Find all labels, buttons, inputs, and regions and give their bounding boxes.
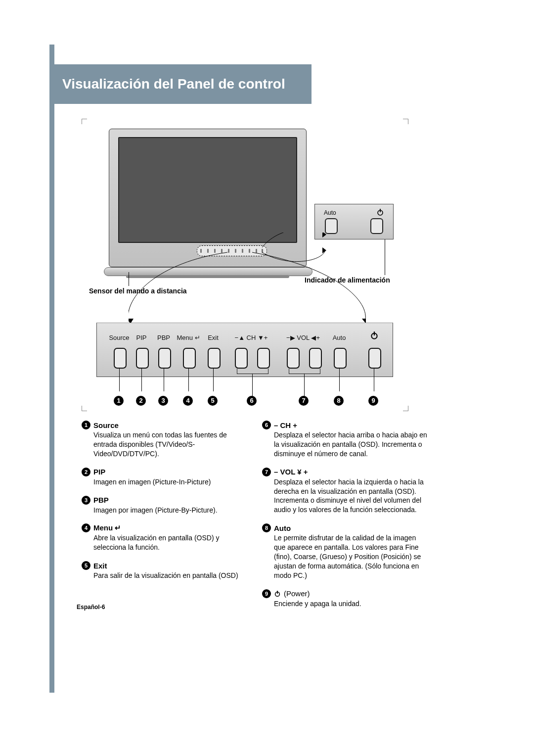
corner-bracket <box>82 406 87 411</box>
definitions-right: 6– CH + Desplaza el selector hacia arrib… <box>262 421 428 617</box>
left-rail <box>49 45 54 693</box>
pbp-button[interactable] <box>158 348 171 369</box>
pointer-line <box>304 374 305 396</box>
control-panel: Source PIP PBP Menu ↵ Exit −▲ CH ▼+ −▶ V… <box>96 323 393 377</box>
menu-button[interactable] <box>183 348 196 369</box>
panel-label-pbp: PBP <box>157 334 170 341</box>
remote-sensor-caption: Sensor del mando a distancia <box>89 287 187 295</box>
tv-button-strip <box>197 245 267 256</box>
marker-2: 2 <box>136 396 146 406</box>
marker-9: 9 <box>368 396 378 406</box>
marker-7: 7 <box>299 396 309 406</box>
power-button[interactable] <box>368 348 381 369</box>
exit-button[interactable] <box>208 348 221 369</box>
auto-button[interactable] <box>334 348 347 369</box>
def-ch: 6– CH + Desplaza el selector hacia arrib… <box>262 421 428 459</box>
marker-4: 4 <box>183 396 193 406</box>
pointer-line <box>164 369 164 391</box>
power-icon <box>376 208 384 216</box>
tv-foot <box>126 275 289 278</box>
vol-down-button[interactable] <box>287 348 300 369</box>
page-title-bar: Visualización del Panel de control <box>54 64 312 104</box>
ch-up-button[interactable] <box>257 348 270 369</box>
power-icon <box>274 590 281 597</box>
pointer-line <box>339 369 340 391</box>
def-source: 1Source Visualiza un menú con todas las … <box>82 421 247 459</box>
panel-label-auto: Auto <box>333 334 346 341</box>
inset-auto-label: Auto <box>324 209 336 216</box>
vol-bracket <box>289 369 320 374</box>
pip-button[interactable] <box>136 348 149 369</box>
pointer-line <box>374 369 374 391</box>
definitions-left: 1Source Visualiza un menú con todas las … <box>82 421 247 617</box>
page-title: Visualización del Panel de control <box>62 76 285 92</box>
svg-marker-3 <box>322 247 326 253</box>
pointer-line <box>119 369 120 391</box>
marker-5: 5 <box>208 396 218 406</box>
page-number: Español-6 <box>77 604 105 611</box>
def-pip: 2PIP Imagen en imagen (Picture-In-Pictur… <box>82 468 247 487</box>
inset-zoom: Auto <box>314 204 394 239</box>
ch-down-button[interactable] <box>235 348 248 369</box>
corner-bracket <box>403 119 408 124</box>
marker-6: 6 <box>247 396 257 406</box>
def-menu: 4Menu ↵ Abre la visualización en pantall… <box>82 523 247 552</box>
marker-3: 3 <box>158 396 168 406</box>
inset-power-button[interactable] <box>370 218 383 234</box>
panel-label-exit: Exit <box>208 334 219 341</box>
pointer-line <box>252 374 253 396</box>
inset-auto-button[interactable] <box>325 218 338 234</box>
def-auto: 8Auto Le permite disfrutar de la calidad… <box>262 523 428 580</box>
definitions: 1Source Visualiza un menú con todas las … <box>82 421 428 617</box>
marker-1: 1 <box>114 396 124 406</box>
def-power: 9 (Power) Enciende y apaga la unidad. <box>262 589 428 609</box>
power-indicator-caption: Indicador de alimentación <box>305 276 390 284</box>
power-icon <box>370 331 379 340</box>
panel-label-vol: −▶ VOL ◀+ <box>286 334 320 341</box>
def-exit: 5Exit Para salir de la visualización en … <box>82 561 247 580</box>
marker-8: 8 <box>334 396 344 406</box>
source-button[interactable] <box>114 348 127 369</box>
corner-bracket <box>82 119 87 124</box>
tv-screen <box>118 137 297 243</box>
pointer-line <box>129 272 129 286</box>
pointer-line <box>213 369 214 391</box>
panel-label-menu: Menu ↵ <box>177 334 200 341</box>
pointer-line <box>385 239 385 275</box>
panel-label-pip: PIP <box>136 334 147 341</box>
ch-bracket <box>237 369 268 374</box>
panel-label-ch: −▲ CH ▼+ <box>235 334 268 341</box>
panel-label-source: Source <box>109 334 129 341</box>
pointer-line <box>188 369 189 391</box>
pointer-line <box>141 369 142 391</box>
corner-bracket <box>403 406 408 411</box>
vol-up-button[interactable] <box>309 348 322 369</box>
def-vol: 7– VOL ¥ + Desplaza el selector hacia la… <box>262 468 428 515</box>
def-pbp: 3PBP Imagen por imagen (Picture-By-Pictu… <box>82 496 247 515</box>
